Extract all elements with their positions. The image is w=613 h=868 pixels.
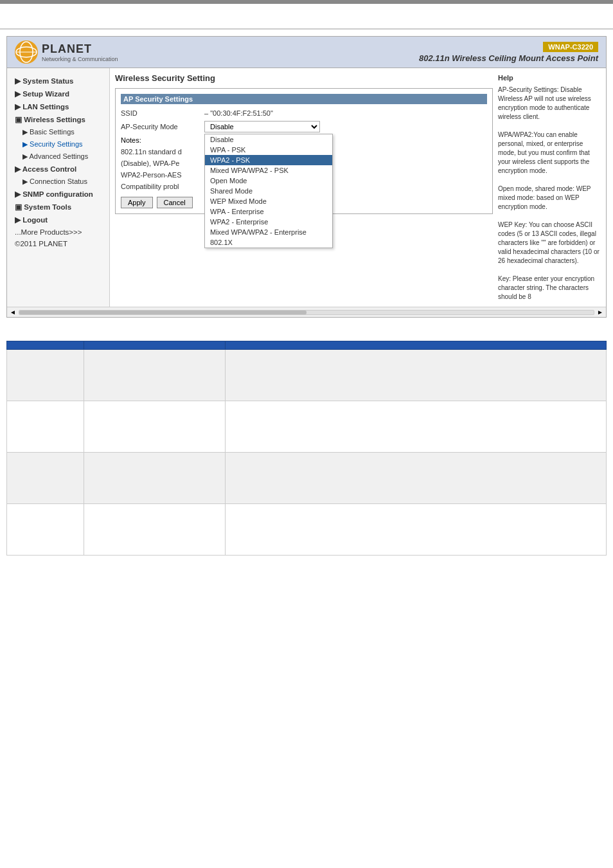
scroll-right-arrow[interactable]: ► bbox=[597, 309, 603, 316]
sidebar-item-connection-status[interactable]: ▶ Connection Status bbox=[7, 176, 109, 188]
help-text-4: WEP Key: You can choose ASCII codes (5 o… bbox=[498, 221, 601, 266]
scroll-left-arrow[interactable]: ◄ bbox=[10, 309, 16, 316]
help-title: Help bbox=[498, 73, 601, 83]
arrow-icon: ▣ bbox=[15, 116, 24, 123]
device-model-badge: WNAP-C3220 bbox=[543, 42, 598, 52]
sidebar: ▶ System Status ▶ Setup Wizard ▶ LAN Set… bbox=[7, 68, 110, 307]
arrow-icon: ▶ bbox=[22, 140, 30, 148]
dropdown-item-mixed-wpa-wpa2-psk[interactable]: Mixed WPA/WPA2 - PSK bbox=[205, 165, 332, 176]
ssid-value: – "00:30:4F:F2:51:50" bbox=[204, 109, 273, 117]
horizontal-scrollbar[interactable] bbox=[19, 310, 594, 315]
dropdown-item-wpa-enterprise[interactable]: WPA - Enterprise bbox=[205, 206, 332, 217]
sidebar-item-security-settings[interactable]: ▶ Security Settings bbox=[7, 138, 109, 150]
router-header: PLANET Networking & Communication WNAP-C… bbox=[7, 37, 606, 68]
arrow-icon: ▶ bbox=[15, 165, 22, 173]
planet-logo-text: PLANET Networking & Communication bbox=[42, 42, 118, 62]
ap-security-select[interactable]: Disable WPA - PSK WPA2 - PSK Mixed WPA/W… bbox=[204, 121, 320, 132]
sidebar-label-connection-status: Connection Status bbox=[30, 177, 87, 185]
sidebar-item-more-products[interactable]: ...More Products>>> bbox=[7, 226, 109, 238]
apply-button[interactable]: Apply bbox=[121, 197, 153, 208]
dropdown-item-open-mode[interactable]: Open Mode bbox=[205, 176, 332, 186]
standard-label: 802.11n standard d bbox=[121, 148, 204, 156]
data-table bbox=[6, 341, 607, 556]
arrow-icon: ▣ bbox=[15, 203, 24, 211]
sidebar-item-snmp-config[interactable]: ▶ SNMP configuration bbox=[7, 188, 109, 201]
arrow-icon: ▶ bbox=[15, 77, 22, 85]
sidebar-item-lan-settings[interactable]: ▶ LAN Settings bbox=[7, 100, 109, 113]
sidebar-item-system-status[interactable]: ▶ System Status bbox=[7, 75, 109, 87]
table-cell bbox=[7, 453, 84, 504]
device-description: 802.11n Wireless Ceiling Mount Access Po… bbox=[419, 53, 598, 63]
table-cell bbox=[226, 504, 607, 556]
dropdown-item-mixed-enterprise[interactable]: Mixed WPA/WPA2 - Enterprise bbox=[205, 227, 332, 237]
dropdown-menu: Disable WPA - PSK WPA2 - PSK Mixed WPA/W… bbox=[204, 134, 333, 248]
settings-box-title: AP Security Settings bbox=[121, 94, 487, 104]
help-text-5: Key: Please enter your encryption charac… bbox=[498, 275, 601, 302]
table-row bbox=[7, 453, 607, 504]
sidebar-label-security-settings: Security Settings bbox=[30, 140, 83, 148]
table-header-col1 bbox=[7, 341, 84, 350]
sidebar-item-access-control[interactable]: ▶ Access Control bbox=[7, 163, 109, 176]
sidebar-label-basic-settings: Basic Settings bbox=[30, 128, 75, 136]
dropdown-item-wep-mixed[interactable]: WEP Mixed Mode bbox=[205, 196, 332, 206]
settings-box: AP Security Settings SSID – "00:30:4F:F2… bbox=[115, 88, 493, 214]
table-row bbox=[7, 401, 607, 453]
arrow-icon: ▶ bbox=[15, 190, 22, 198]
sidebar-label-logout: Logout bbox=[22, 216, 48, 224]
planet-brand-sub: Networking & Communication bbox=[42, 56, 118, 62]
dropdown-item-wpa2-enterprise[interactable]: WPA2 - Enterprise bbox=[205, 217, 332, 227]
sidebar-label-system-status: System Status bbox=[22, 77, 73, 85]
dropdown-item-shared-mode[interactable]: Shared Mode bbox=[205, 186, 332, 196]
ssid-row: SSID – "00:30:4F:F2:51:50" bbox=[121, 109, 487, 117]
table-header-col3 bbox=[226, 341, 607, 350]
dropdown-item-wpa2-psk[interactable]: WPA2 - PSK bbox=[205, 155, 332, 165]
table-cell bbox=[84, 504, 226, 556]
planet-logo-icon bbox=[15, 41, 38, 64]
ap-security-mode-row: AP-Security Mode Disable WPA - PSK WPA2 … bbox=[121, 121, 487, 132]
help-text-2: WPA/WPA2:You can enable personal, mixed,… bbox=[498, 131, 601, 176]
disable-label: (Disable), WPA-Pe bbox=[121, 159, 204, 167]
sidebar-label-setup-wizard: Setup Wizard bbox=[22, 90, 69, 98]
sidebar-item-logout[interactable]: ▶ Logout bbox=[7, 213, 109, 226]
sidebar-label-advanced-settings: Advanced Settings bbox=[29, 152, 88, 160]
arrow-icon: ▶ bbox=[15, 90, 22, 98]
table-row bbox=[7, 504, 607, 556]
sidebar-label-copyright: ©2011 PLANET bbox=[15, 240, 67, 248]
sidebar-item-basic-settings[interactable]: ▶ Basic Settings bbox=[7, 126, 109, 138]
help-panel: Help AP-Security Settings: Disable Wirel… bbox=[498, 73, 601, 302]
table-cell bbox=[226, 453, 607, 504]
sidebar-label-wireless-settings: Wireless Settings bbox=[24, 116, 85, 123]
dropdown-item-8021x[interactable]: 802.1X bbox=[205, 237, 332, 248]
router-body: ▶ System Status ▶ Setup Wizard ▶ LAN Set… bbox=[7, 68, 606, 307]
sidebar-item-copyright: ©2011 PLANET bbox=[7, 238, 109, 249]
dropdown-item-disable[interactable]: Disable bbox=[205, 134, 332, 145]
planet-brand-name: PLANET bbox=[42, 42, 118, 56]
sidebar-label-snmp-config: SNMP configuration bbox=[22, 190, 93, 198]
table-header-col2 bbox=[84, 341, 226, 350]
sidebar-item-system-tools[interactable]: ▣ System Tools bbox=[7, 201, 109, 213]
help-text-1: AP-Security Settings: Disable Wireless A… bbox=[498, 86, 601, 122]
dropdown-item-wpa-psk[interactable]: WPA - PSK bbox=[205, 145, 332, 155]
sidebar-label-system-tools: System Tools bbox=[24, 203, 71, 211]
main-content: Wireless Security Setting AP Security Se… bbox=[115, 73, 493, 302]
table-cell bbox=[226, 401, 607, 453]
table-cell bbox=[84, 453, 226, 504]
section-title: Wireless Security Setting bbox=[115, 73, 493, 83]
device-info: WNAP-C3220 802.11n Wireless Ceiling Moun… bbox=[419, 42, 598, 63]
table-cell bbox=[7, 504, 84, 556]
help-text-3: Open mode, shared mode: WEP mixed mode: … bbox=[498, 185, 601, 212]
table-cell bbox=[7, 401, 84, 453]
table-row bbox=[7, 350, 607, 401]
ap-security-label: AP-Security Mode bbox=[121, 123, 204, 131]
table-cell bbox=[84, 350, 226, 401]
cancel-button[interactable]: Cancel bbox=[157, 197, 193, 208]
sidebar-item-advanced-settings[interactable]: ▶ Advanced Settings bbox=[7, 150, 109, 163]
wpa2-label: WPA2-Person-AES bbox=[121, 171, 204, 179]
table-cell bbox=[226, 350, 607, 401]
sidebar-item-setup-wizard[interactable]: ▶ Setup Wizard bbox=[7, 87, 109, 100]
header bbox=[0, 4, 613, 30]
sidebar-item-wireless-settings[interactable]: ▣ Wireless Settings bbox=[7, 113, 109, 126]
content-area: Wireless Security Setting AP Security Se… bbox=[110, 68, 606, 307]
ap-security-dropdown-container: Disable WPA - PSK WPA2 - PSK Mixed WPA/W… bbox=[204, 121, 320, 132]
arrow-icon: ▶ bbox=[15, 216, 22, 224]
